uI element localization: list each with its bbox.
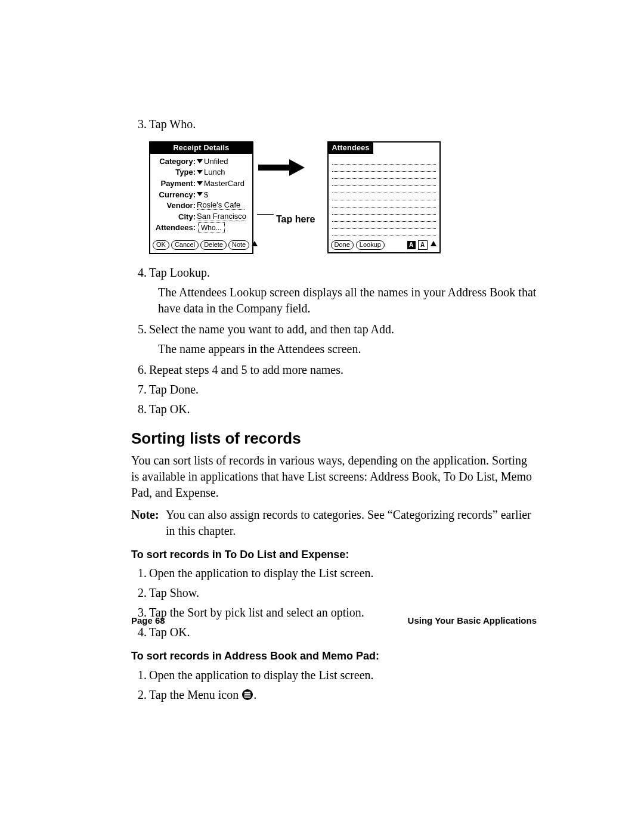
step-number: 8. [131,401,149,417]
done-button[interactable]: Done [331,240,354,250]
step-2-text-b: . [253,688,256,701]
row-currency: Currency: $ [153,190,250,200]
value-vendor: Rosie's Cafe [197,201,244,210]
lookup-button[interactable]: Lookup [356,240,385,250]
section-intro: You can sort lists of records in various… [131,453,537,501]
proc2-steps: 1. Open the application to display the L… [131,667,537,705]
step-2-text-a: Tap the Menu icon [149,688,242,701]
step-text: Repeat steps 4 and 5 to add more names. [149,362,537,378]
step-number: 4. [131,265,149,281]
row-payment: Payment: MasterCard [153,178,250,189]
dropdown-icon [197,159,203,164]
step-text: Tap Show. [149,585,537,601]
step-5-sub: The name appears in the Attendees screen… [158,341,537,357]
row-attendees: Attendees: Who... [153,222,250,233]
dotted-line [332,186,436,193]
step-3: 3. Tap Who. [131,116,537,132]
value-type: Lunch [204,167,225,178]
step-number: 1. [131,565,149,581]
proc1-step-2: 2. Tap Show. [131,585,537,601]
section-heading: Sorting lists of records [131,428,537,449]
label-category: Category: [153,156,197,167]
step-text: Tap OK. [149,401,537,417]
footer-page: Page 68 [131,615,165,625]
step-text: Open the application to display the List… [149,565,537,581]
dropdown-icon [197,170,203,175]
step-4-sub: The Attendees Lookup screen displays all… [158,284,537,317]
dropdown-icon [197,181,203,186]
up-arrow-icon [430,240,437,250]
ok-button[interactable]: OK [153,240,169,250]
proc1-head: To sort records in To Do List and Expens… [131,547,537,562]
note-text: You can also assign records to categorie… [166,507,537,539]
row-category: Category: Unfiled [153,156,250,167]
label-city: City: [153,212,197,222]
row-vendor: Vendor: Rosie's Cafe [153,200,250,211]
figure: Receipt Details Category: Unfiled Type: … [149,141,537,254]
svg-marker-0 [197,159,203,163]
dotted-line [332,165,436,172]
delete-button[interactable]: Delete [200,240,227,250]
step-number: 3. [131,116,149,132]
tap-here-text: Tap here [276,214,315,224]
attendees-header: Attendees [329,143,439,154]
proc2-head: To sort records in Address Book and Memo… [131,649,537,663]
attendees-title: Attendees [329,143,373,154]
value-currency: $ [204,190,208,200]
step-number: 2. [131,687,149,705]
proc1-step-1: 1. Open the application to display the L… [131,565,537,581]
palm-attendees: Attendees Done Lookup [327,141,441,253]
dotted-line [332,179,436,186]
proc2-step-1: 1. Open the application to display the L… [131,667,537,683]
tap-here-label: Tap here [257,213,315,226]
shortcut-key-a-filled[interactable]: A [407,241,416,249]
note: Note: You can also assign records to cat… [131,507,537,539]
dotted-line [332,208,436,215]
step-text: Open the application to display the List… [149,667,537,683]
svg-rect-12 [245,696,250,696]
step-4: 4. Tap Lookup. [131,265,537,281]
receipt-body: Category: Unfiled Type: Lunch Payment: M… [150,154,252,237]
steps-group-2: 4. Tap Lookup. [131,265,537,281]
step-number: 5. [131,321,149,337]
value-city: San Francisco [197,212,246,221]
attendees-buttons: Done Lookup A A [329,237,439,253]
svg-marker-2 [197,181,203,185]
dotted-line [332,229,436,236]
step-number: 1. [131,667,149,683]
dotted-line [332,157,436,165]
cancel-button[interactable]: Cancel [171,240,199,250]
step-text: Select the name you want to add, and the… [149,321,537,337]
dropdown-icon [197,192,203,197]
leader-line [257,214,274,215]
steps-group-4: 6. Repeat steps 4 and 5 to add more name… [131,362,537,417]
dotted-line [332,200,436,208]
up-arrow-icon [251,240,258,250]
row-city: City: San Francisco [153,212,250,222]
proc2-step-2: 2. Tap the Menu icon . [131,687,537,705]
row-type: Type: Lunch [153,167,250,178]
svg-marker-3 [197,192,203,196]
attendees-lines [329,154,439,237]
step-7: 7. Tap Done. [131,382,537,398]
label-type: Type: [153,167,197,178]
label-payment: Payment: [153,178,197,189]
svg-marker-6 [289,159,305,176]
who-button[interactable]: Who... [198,222,225,233]
svg-rect-9 [244,692,250,693]
dotted-line [332,193,436,200]
palm-receipt-details: Receipt Details Category: Unfiled Type: … [149,141,253,254]
step-number: 2. [131,585,149,601]
shortcut-key-a-outline[interactable]: A [418,240,428,250]
note-button[interactable]: Note [228,240,249,250]
menu-icon [242,689,253,705]
step-text: Tap OK. [149,624,537,640]
dotted-line [332,215,436,222]
value-category: Unfiled [204,156,228,167]
step-number: 7. [131,382,149,398]
svg-rect-10 [244,694,250,698]
svg-marker-7 [431,241,436,246]
proc1-steps: 1. Open the application to display the L… [131,565,537,640]
svg-rect-11 [245,695,250,695]
step-number: 6. [131,362,149,378]
